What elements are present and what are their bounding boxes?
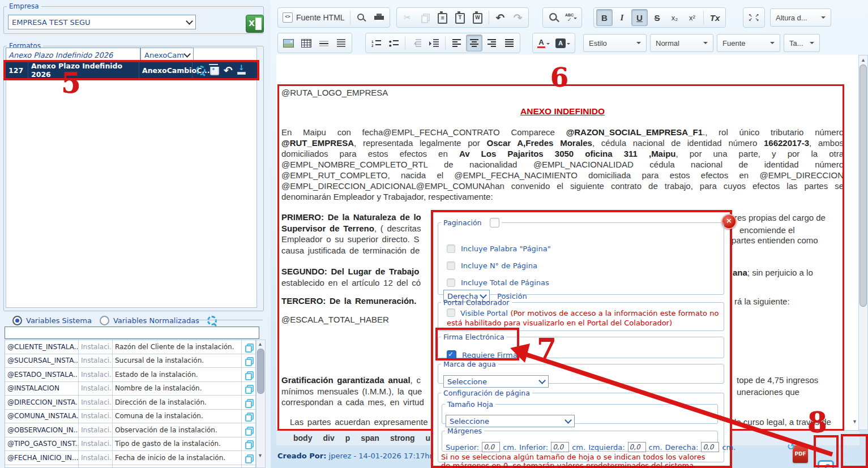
variable-row[interactable]: @FECHA_INICIO_IN... Instalaci... Fecha d… (5, 451, 255, 465)
numbered-list-button[interactable] (368, 35, 384, 51)
open-external-icon[interactable] (818, 460, 834, 468)
radio-variables-sistema[interactable] (12, 316, 22, 325)
copy-variable-icon[interactable] (245, 413, 252, 419)
altura-combo[interactable]: Altura d... (770, 8, 831, 27)
radio-variables-normalizadas[interactable] (100, 316, 109, 325)
scroll-up-icon[interactable]: ▲ (258, 341, 263, 347)
copy-variable-icon[interactable] (245, 357, 252, 364)
variable-row[interactable]: @TIPO_GASTO_INST... Instalaci... Tipo de… (5, 437, 255, 452)
export-pdf-icon[interactable]: PDF (793, 445, 808, 463)
justify-button[interactable] (501, 35, 518, 51)
strikethrough-button[interactable]: S (649, 9, 665, 26)
superscript-button[interactable]: x² (684, 9, 700, 26)
margen-input[interactable] (701, 442, 719, 452)
variable-row[interactable]: @FECHA_FIN_INSTA... Instalaci... Fecha f… (5, 465, 255, 468)
variable-category: Instalaci... (79, 340, 113, 354)
horizontal-rule-button[interactable] (315, 35, 332, 51)
bold-button[interactable]: B (596, 9, 613, 26)
print-button[interactable] (371, 9, 387, 26)
scroll-down-icon[interactable]: ▼ (852, 419, 857, 424)
paginacion-item-checkbox[interactable] (447, 278, 455, 287)
paginacion-item-checkbox[interactable] (447, 244, 455, 253)
editor-scrollbar-thumb[interactable] (860, 65, 867, 307)
copy-variable-icon[interactable] (245, 427, 252, 433)
requiere-firma-checkbox[interactable] (447, 350, 456, 360)
indent-button[interactable] (426, 35, 442, 51)
element-path-item[interactable]: p (345, 433, 350, 443)
remove-format-button[interactable]: Tx (707, 9, 723, 26)
bullet-list-button[interactable] (386, 35, 402, 51)
variable-name: @COMUNA_INSTALA... (5, 410, 79, 423)
copy-variable-icon[interactable] (245, 344, 252, 350)
outdent-button[interactable] (408, 35, 425, 51)
copy-button[interactable] (417, 9, 433, 26)
undo-button[interactable]: ↶ (492, 9, 508, 26)
empresa-select[interactable]: EMPRESA TEST SEGU (8, 15, 196, 29)
find-button[interactable] (545, 9, 562, 26)
align-right-button[interactable] (484, 35, 500, 51)
marca-de-agua-select[interactable]: Seleccione (443, 375, 549, 388)
copy-variable-icon[interactable] (245, 440, 252, 447)
variable-row[interactable]: @INSTALACION Instalaci... Nombre de la i… (5, 382, 255, 396)
fuente-combo[interactable]: Fuente (717, 34, 780, 52)
paragraph-format-button[interactable] (333, 35, 349, 51)
variables-search-input[interactable] (5, 327, 259, 339)
restore-format-icon[interactable]: ↶ (224, 66, 233, 75)
tamano-hoja-select[interactable]: Seleccione (446, 415, 575, 427)
copy-variable-icon[interactable] (245, 371, 252, 378)
format-config-icon[interactable] (196, 66, 206, 75)
redo-button[interactable]: ↷ (510, 9, 526, 26)
maximize-button[interactable]: ↖ ↗↙ ↘ (746, 9, 762, 26)
element-path-item[interactable]: body (293, 433, 312, 443)
variable-row[interactable]: @COMUNA_INSTALA... Instalaci... Comuna d… (5, 410, 255, 424)
margen-input[interactable] (482, 442, 500, 452)
scroll-down-icon[interactable]: ▼ (258, 453, 263, 458)
bg-color-button[interactable]: A (553, 35, 572, 51)
spellcheck-button[interactable]: ABC✓ (563, 9, 579, 26)
paginacion-item-checkbox[interactable] (447, 261, 455, 270)
paginacion-checkbox[interactable] (490, 218, 499, 227)
paste-word-button[interactable] (469, 9, 486, 26)
preview-button[interactable] (353, 9, 370, 26)
insert-table-button[interactable] (298, 35, 314, 51)
align-center-button[interactable] (466, 35, 482, 51)
variable-row[interactable]: @CLIENTE_INSTALA... Instalaci... Razón d… (5, 340, 255, 354)
insert-image-button[interactable] (280, 35, 297, 51)
italic-button[interactable]: I (614, 9, 630, 26)
align-left-button[interactable] (448, 35, 465, 51)
copy-variable-icon[interactable] (245, 454, 252, 461)
estilo-combo[interactable]: Estilo (583, 34, 647, 52)
visible-portal-checkbox[interactable] (447, 308, 455, 317)
fuente-html-button[interactable]: <> Fuente HTML (280, 9, 347, 26)
underline-button[interactable]: U (631, 9, 648, 26)
element-path-item[interactable]: div (323, 433, 334, 443)
copy-variable-icon[interactable] (245, 385, 252, 392)
formato-id-cell: 127 (6, 62, 28, 78)
variables-scrollbar-thumb[interactable] (257, 349, 264, 394)
delete-format-icon[interactable] (210, 67, 219, 75)
subscript-button[interactable]: x₂ (666, 9, 683, 26)
export-excel-icon[interactable] (246, 15, 264, 33)
element-path-item[interactable]: strong (390, 433, 415, 443)
formato-row-selected[interactable]: 127 Anexo Plazo Indefinido 2026 AnexoCam… (6, 62, 257, 78)
element-path-item[interactable]: span (361, 433, 379, 443)
margen-input[interactable] (628, 442, 646, 452)
cut-button[interactable]: ✂ (399, 9, 416, 26)
paste-button[interactable] (434, 9, 451, 26)
margen-input[interactable] (551, 442, 569, 452)
element-path-item[interactable]: u (426, 433, 431, 443)
copy-variable-icon[interactable] (245, 399, 252, 406)
formato-combo[interactable]: Normal (650, 34, 713, 52)
text-color-button[interactable]: A (535, 35, 552, 51)
variable-row[interactable]: @SUCURSAL_INSTA... Instalaci... Sucursal… (5, 354, 255, 368)
variables-config-icon[interactable] (207, 316, 217, 325)
variable-row[interactable]: @DIRECCION_INSTA... Instalaci... Direcci… (5, 396, 255, 410)
paste-text-button[interactable] (452, 9, 468, 26)
scroll-up-icon[interactable]: ▲ (861, 57, 866, 63)
variable-row[interactable]: @ESTADO_INSTALA... Instalaci... Estado d… (5, 368, 255, 382)
tamano-combo[interactable]: Ta... (784, 34, 820, 52)
download-format-icon[interactable] (237, 66, 246, 75)
variable-row[interactable]: @OBSERVACION_IN... Instalaci... Observac… (5, 423, 255, 437)
formato-name-filter-input[interactable] (6, 48, 140, 62)
formato-type-filter-select[interactable]: AnexoCam (140, 48, 194, 62)
